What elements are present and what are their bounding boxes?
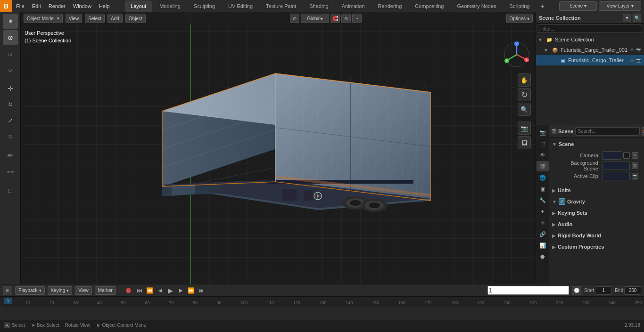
transform-pivot[interactable]: ⊙ <box>290 14 299 23</box>
move-tool[interactable]: ✛ <box>3 81 18 96</box>
prev-keyframe-button[interactable]: ⏪ <box>146 286 154 295</box>
tab-rendering[interactable]: Rendering <box>372 0 408 12</box>
select-tool[interactable]: □ <box>3 46 18 61</box>
next-keyframe-button[interactable]: ⏩ <box>187 286 196 295</box>
snap-toggle[interactable]: 🧲 <box>330 14 340 23</box>
play-button[interactable]: ▶ <box>166 286 175 295</box>
object-properties-tab[interactable]: ▣ <box>537 184 549 194</box>
camera-persp-button[interactable]: 📷 <box>518 121 531 135</box>
keying-sets-section-header[interactable]: ▶ Keying Sets <box>551 208 642 218</box>
timeline-ruler[interactable]: 1 0 10 20 30 40 50 60 70 80 90 100 110 1… <box>0 297 644 307</box>
scene-dropdown[interactable]: Scene ▾ <box>559 1 597 11</box>
view-menu[interactable]: View <box>66 14 83 23</box>
particles-properties-tab[interactable]: ✦ <box>537 206 549 217</box>
tab-sculpting[interactable]: Sculpting <box>188 0 221 12</box>
keying-menu[interactable]: Keying ▾ <box>48 286 73 295</box>
scene-section-header[interactable]: ▼ Scene <box>551 139 642 149</box>
tab-texture-paint[interactable]: Texture Paint <box>260 0 302 12</box>
transform-global[interactable]: Global ▾ <box>301 14 329 23</box>
time-display-toggle[interactable]: 🕐 <box>572 286 581 295</box>
active-clip-value[interactable] <box>602 172 630 180</box>
jump-to-start-button[interactable]: ⏮ <box>135 286 144 295</box>
units-section-header[interactable]: ▶ Units <box>551 186 642 195</box>
options-menu[interactable]: Options ▾ <box>506 14 533 23</box>
background-scene-value[interactable] <box>602 162 630 170</box>
properties-search[interactable] <box>575 127 640 136</box>
cursor-tool[interactable]: ⊕ <box>3 30 18 45</box>
outliner-scene-collection[interactable]: ▼ 📁 Scene Collection <box>536 34 644 45</box>
pin-properties-button[interactable]: 📌 <box>642 127 644 136</box>
jump-to-end-button[interactable]: ⏭ <box>198 286 206 295</box>
material-properties-tab[interactable]: ⬟ <box>537 251 549 262</box>
gravity-section-header[interactable]: ▼ Gravity <box>551 197 642 206</box>
view-properties-tab[interactable]: 👁 <box>537 150 549 160</box>
rigid-body-world-section-header[interactable]: ▶ Rigid Body World <box>551 231 642 240</box>
zoom-view-button[interactable]: 🔍 <box>518 103 531 116</box>
timeline-track-area[interactable] <box>0 307 644 320</box>
viewport-gizmo[interactable]: Z X Y <box>503 40 531 69</box>
menu-edit[interactable]: Edit <box>28 0 45 12</box>
tab-scripting[interactable]: Scripting <box>504 0 536 12</box>
camera-value[interactable] <box>602 151 622 160</box>
outliner-row-trailer-mesh[interactable]: ▶ ▣ Futuristic_Cargo_Trailer 👁 📷 <box>536 55 644 65</box>
constraints-properties-tab[interactable]: 🔗 <box>537 229 549 239</box>
annotate-tool[interactable]: ✏ <box>3 148 18 163</box>
active-clip-icon[interactable]: 📷 <box>632 173 638 179</box>
pan-view-button[interactable]: ✋ <box>518 73 531 87</box>
audio-section-header[interactable]: ▶ Audio <box>551 219 642 229</box>
prev-frame-button[interactable]: ◀ <box>156 286 165 295</box>
world-properties-tab[interactable]: 🌐 <box>537 172 549 183</box>
orbit-view-button[interactable]: ↻ <box>518 88 531 101</box>
end-frame-input[interactable]: 250 <box>624 286 641 295</box>
view-layer-dropdown[interactable]: View Layer ▾ <box>599 1 641 11</box>
rotate-tool[interactable]: ↻ <box>3 97 18 112</box>
mesh-render-icon[interactable]: 📷 <box>636 58 641 63</box>
proportional-edit[interactable]: ⊚ <box>341 14 351 23</box>
tab-animation[interactable]: Animation <box>336 0 371 12</box>
modifier2[interactable]: ~ <box>352 14 362 23</box>
output-properties-tab[interactable]: ⬚ <box>537 138 549 149</box>
menu-help[interactable]: Help <box>95 0 114 12</box>
select-menu[interactable]: Select <box>85 14 105 23</box>
timeline-menu-button[interactable]: ≡ <box>3 286 12 295</box>
start-frame-input[interactable]: 1 <box>595 286 612 295</box>
mesh-visibility-icon[interactable]: 👁 <box>630 58 635 63</box>
visibility-icon[interactable]: 👁 <box>630 48 635 53</box>
tab-modeling[interactable]: Modeling <box>154 0 186 12</box>
tab-geometry-nodes[interactable]: Geometry Nodes <box>451 0 502 12</box>
add-menu[interactable]: Add <box>107 14 123 23</box>
object-mode-selector[interactable]: Object Mode ▾ <box>24 14 63 23</box>
camera-edit-icon[interactable]: ✎ <box>632 152 638 159</box>
scale-tool[interactable]: ⤢ <box>3 113 18 128</box>
render-icon[interactable]: 📷 <box>636 48 641 53</box>
physics-properties-tab[interactable]: ⚛ <box>537 218 549 228</box>
current-frame-input[interactable]: 1 <box>487 286 569 295</box>
menu-file[interactable]: File <box>12 0 28 12</box>
view-image-button[interactable]: 🖼 <box>518 136 531 149</box>
menu-window[interactable]: Window <box>69 0 95 12</box>
custom-properties-section-header[interactable]: ▶ Custom Properties <box>551 242 642 251</box>
timeline-view-menu[interactable]: View <box>75 286 92 295</box>
tab-uv-editing[interactable]: UV Editing <box>223 0 258 12</box>
modifier-properties-tab[interactable]: 🔧 <box>537 195 549 205</box>
add-workspace-button[interactable]: + <box>537 1 547 11</box>
scene-properties-tab[interactable]: 🎬 <box>537 161 549 171</box>
transform-tool[interactable]: ⬡ <box>3 129 18 144</box>
measure-tool[interactable]: ⟺ <box>3 164 18 179</box>
viewport[interactable]: Object Mode ▾ View Select Add Object <box>21 12 536 284</box>
render-properties-tab[interactable]: 📷 <box>537 127 549 138</box>
object-menu[interactable]: Object <box>125 14 146 23</box>
outliner-search-input[interactable] <box>538 24 642 33</box>
playback-menu[interactable]: Playback ▾ <box>15 286 45 295</box>
background-scene-icon[interactable]: 🎬 <box>632 162 638 169</box>
outliner-filter[interactable]: ▼ <box>623 14 631 22</box>
gravity-checkbox[interactable] <box>559 198 565 205</box>
tab-compositing[interactable]: Compositing <box>409 0 449 12</box>
add-cube-tool[interactable]: ⬚ <box>3 183 18 198</box>
next-frame-button[interactable]: ▶ <box>177 286 185 295</box>
select-circle-tool[interactable]: ○ <box>3 62 18 77</box>
tab-layout[interactable]: Layout <box>125 0 152 12</box>
record-button[interactable]: ⏺ <box>124 286 132 295</box>
marker-menu[interactable]: Marker <box>95 286 116 295</box>
menu-render[interactable]: Render <box>45 0 69 12</box>
